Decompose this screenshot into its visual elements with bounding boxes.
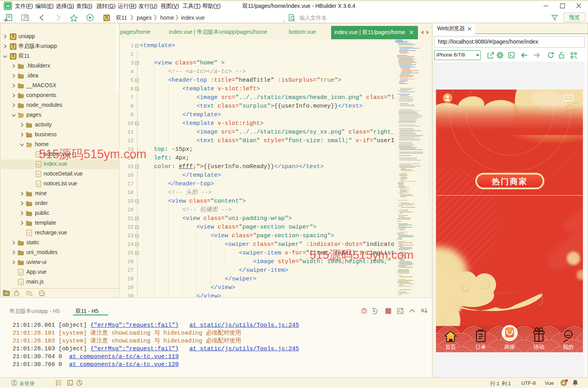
svg-text:J: J bbox=[20, 280, 22, 284]
svg-text:V: V bbox=[20, 271, 22, 275]
svg-text:H: H bbox=[6, 4, 10, 9]
svg-text:热门商家: 热门商家 bbox=[491, 177, 528, 186]
svg-text:V: V bbox=[37, 163, 40, 167]
svg-text:商家: 商家 bbox=[504, 344, 515, 350]
svg-text:我的: 我的 bbox=[563, 344, 574, 350]
svg-text:V: V bbox=[37, 182, 40, 186]
svg-text:活动: 活动 bbox=[534, 344, 544, 350]
svg-text:首页: 首页 bbox=[445, 344, 456, 350]
svg-text:V: V bbox=[37, 172, 40, 176]
svg-text:V: V bbox=[28, 231, 30, 235]
svg-text:订单: 订单 bbox=[475, 344, 486, 350]
